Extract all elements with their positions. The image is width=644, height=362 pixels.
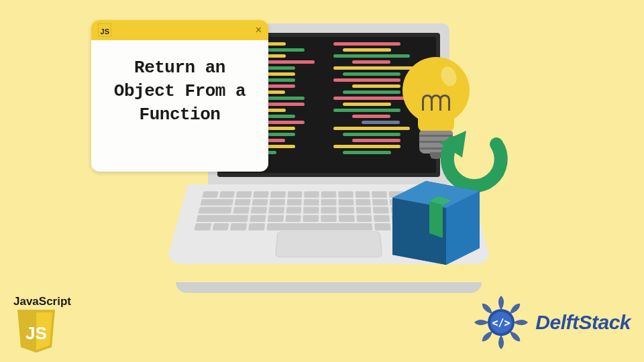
js-shield-text: JS [25,323,47,343]
js-shield-icon: JS [16,310,56,354]
popup-title-text: Return an Object From a Function [91,40,268,143]
popup-titlebar: JS × [91,20,268,40]
svg-marker-5 [429,201,443,238]
delftstack-emblem-icon: </> [471,292,531,353]
js-mini-icon: JS [98,23,111,37]
delftstack-emblem-glyph: </> [492,317,511,329]
laptop-base-edge [176,282,482,293]
laptop-trackpad [275,231,382,257]
javascript-logo: JavaScript JS [13,295,80,357]
javascript-label: JavaScript [13,295,80,308]
close-icon: × [256,24,262,36]
delftstack-name: DelftStack [535,311,631,334]
title-popup: JS × Return an Object From a Function [91,20,268,172]
box-icon [392,181,480,265]
delftstack-logo: </> DelftStack [471,292,631,353]
